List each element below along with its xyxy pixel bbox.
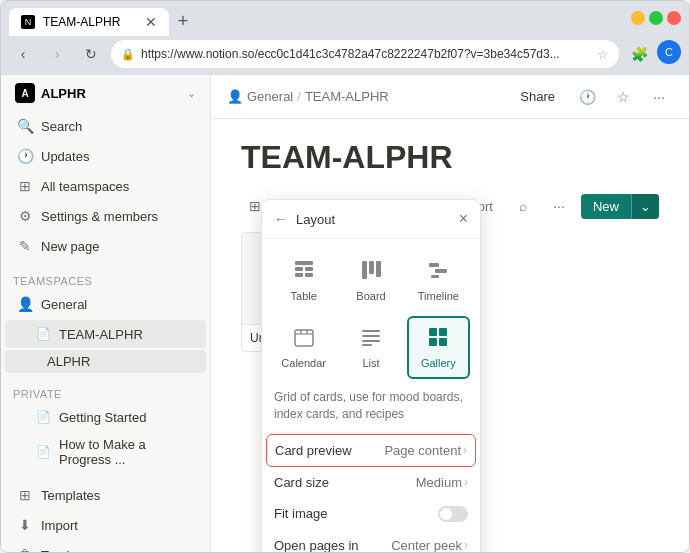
sidebar-label-team-alphr: TEAM-ALPHR — [59, 327, 196, 342]
workspace-icon: A — [15, 83, 35, 103]
topbar-actions: Share 🕐 ☆ ··· — [510, 83, 673, 111]
teamspaces-section-label: Teamspaces — [1, 269, 210, 289]
lock-icon: 🔒 — [121, 48, 135, 61]
open-pages-row[interactable]: Open pages in Center peek › — [262, 530, 480, 552]
favorite-button[interactable]: ☆ — [609, 83, 637, 111]
svg-rect-20 — [439, 328, 447, 336]
gallery-layout-label: Gallery — [421, 357, 456, 369]
active-tab[interactable]: N TEAM-ALPHR ✕ — [9, 8, 169, 36]
getting-started-icon: 📄 — [33, 407, 53, 427]
calendar-layout-label: Calendar — [281, 357, 326, 369]
sidebar-item-all-teamspaces[interactable]: ⊞ All teamspaces — [5, 172, 206, 200]
close-button[interactable] — [667, 11, 681, 25]
share-button[interactable]: Share — [510, 85, 565, 108]
list-layout-label: List — [362, 357, 379, 369]
new-tab-button[interactable]: + — [169, 8, 197, 36]
layout-close-button[interactable]: × — [459, 210, 468, 228]
window-controls — [631, 11, 681, 25]
sidebar-item-new-page[interactable]: ✎ New page — [5, 232, 206, 260]
sidebar-item-team-alphr[interactable]: 📄 TEAM-ALPHR — [5, 320, 206, 348]
extensions-icon[interactable]: 🧩 — [625, 40, 653, 68]
new-record-button[interactable]: New ⌄ — [581, 194, 659, 219]
timeline-layout-icon — [427, 259, 449, 286]
forward-button[interactable]: › — [43, 40, 71, 68]
open-pages-label: Open pages in — [274, 538, 391, 552]
sidebar-label-general: General — [41, 297, 196, 312]
maximize-button[interactable] — [649, 11, 663, 25]
card-size-label: Card size — [274, 475, 416, 490]
more-options-button[interactable]: ··· — [645, 83, 673, 111]
sidebar-item-search[interactable]: 🔍 Search — [5, 112, 206, 140]
layout-options-grid: Table Board — [262, 239, 480, 389]
layout-option-board[interactable]: Board — [339, 249, 402, 312]
svg-rect-8 — [429, 263, 439, 267]
card-preview-row[interactable]: Card preview Page content › — [266, 434, 476, 467]
calendar-layout-icon — [293, 326, 315, 353]
minimize-button[interactable] — [631, 11, 645, 25]
tab-close-button[interactable]: ✕ — [145, 14, 157, 30]
sidebar-item-trash[interactable]: 🗑 Trash — [5, 541, 206, 552]
sidebar-item-import[interactable]: ⬇ Import — [5, 511, 206, 539]
sidebar-label-alphr: ALPHR — [47, 354, 196, 369]
address-bar[interactable]: 🔒 https://www.notion.so/ecc0c1d41c3c4782… — [111, 40, 619, 68]
svg-rect-2 — [305, 267, 313, 271]
sidebar-item-updates[interactable]: 🕐 Updates — [5, 142, 206, 170]
layout-option-gallery[interactable]: Gallery — [407, 316, 470, 379]
db-search-button[interactable]: ⌕ — [509, 192, 537, 220]
sidebar-item-alphr[interactable]: ALPHR — [5, 350, 206, 373]
back-button[interactable]: ‹ — [9, 40, 37, 68]
layout-option-table[interactable]: Table — [272, 249, 335, 312]
sidebar-item-templates[interactable]: ⊞ Templates — [5, 481, 206, 509]
svg-rect-0 — [295, 261, 313, 265]
layout-option-list[interactable]: List — [339, 316, 402, 379]
workspace-chevron-icon: ⌄ — [187, 87, 196, 100]
team-alphr-icon: 📄 — [33, 324, 53, 344]
workspace-name: ALPHR — [41, 86, 187, 101]
list-layout-icon — [360, 326, 382, 353]
sidebar-item-settings[interactable]: ⚙ Settings & members — [5, 202, 206, 230]
table-layout-icon — [293, 259, 315, 286]
sidebar-label-getting-started: Getting Started — [59, 410, 196, 425]
layout-option-calendar[interactable]: Calendar — [272, 316, 335, 379]
general-icon: 👤 — [15, 294, 35, 314]
new-record-dropdown-icon[interactable]: ⌄ — [631, 194, 659, 219]
sidebar-label-import: Import — [41, 518, 196, 533]
topbar: 👤 General / TEAM-ALPHR Share 🕐 ☆ ··· — [211, 75, 689, 119]
profile-icon[interactable]: C — [657, 40, 681, 64]
templates-icon: ⊞ — [15, 485, 35, 505]
svg-rect-7 — [376, 261, 381, 277]
sidebar-item-general[interactable]: 👤 General — [5, 290, 206, 318]
svg-rect-15 — [362, 330, 380, 332]
content-area: TEAM-ALPHR ⊞ ALPHR ⌄ Filter Sort ⌕ ··· N… — [211, 119, 689, 552]
breadcrumb-general: General — [247, 89, 293, 104]
tab-title: TEAM-ALPHR — [43, 15, 137, 29]
sidebar-label-all-teamspaces: All teamspaces — [41, 179, 196, 194]
breadcrumb-icon: 👤 — [227, 89, 243, 104]
card-size-row[interactable]: Card size Medium › — [262, 467, 480, 498]
sidebar-label-how-to: How to Make a Progress ... — [59, 437, 196, 467]
sidebar: A ALPHR ⌄ 🔍 Search 🕐 Updates ⊞ All teams… — [1, 75, 211, 552]
breadcrumb-separator: / — [297, 89, 301, 104]
fit-image-row[interactable]: Fit image — [262, 498, 480, 530]
view-selector-icon: ⊞ — [249, 198, 261, 214]
card-preview-label: Card preview — [275, 443, 384, 458]
toggle-dot — [440, 508, 452, 520]
card-size-value: Medium › — [416, 475, 468, 490]
db-more-button[interactable]: ··· — [545, 192, 573, 220]
svg-rect-18 — [362, 344, 372, 346]
sidebar-item-how-to[interactable]: 📄 How to Make a Progress ... — [5, 433, 206, 471]
open-pages-chevron-icon: › — [464, 538, 468, 552]
svg-rect-19 — [429, 328, 437, 336]
svg-rect-3 — [295, 273, 303, 277]
workspace-header[interactable]: A ALPHR ⌄ — [5, 77, 206, 109]
page-title: TEAM-ALPHR — [241, 139, 659, 176]
sidebar-label-settings: Settings & members — [41, 209, 196, 224]
svg-rect-10 — [431, 275, 439, 278]
new-record-label: New — [581, 194, 631, 219]
layout-option-timeline[interactable]: Timeline — [407, 249, 470, 312]
fit-image-toggle[interactable] — [438, 506, 468, 522]
sidebar-item-getting-started[interactable]: 📄 Getting Started — [5, 403, 206, 431]
refresh-button[interactable]: ↻ — [77, 40, 105, 68]
history-button[interactable]: 🕐 — [573, 83, 601, 111]
layout-back-button[interactable]: ← — [274, 211, 288, 227]
